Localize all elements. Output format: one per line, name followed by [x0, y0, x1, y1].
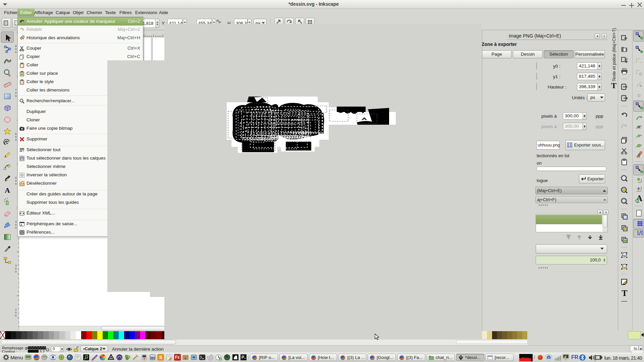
svg-text:A: A — [5, 186, 10, 194]
svg-text:I: I — [23, 150, 24, 153]
svg-text:P: P — [241, 355, 244, 360]
